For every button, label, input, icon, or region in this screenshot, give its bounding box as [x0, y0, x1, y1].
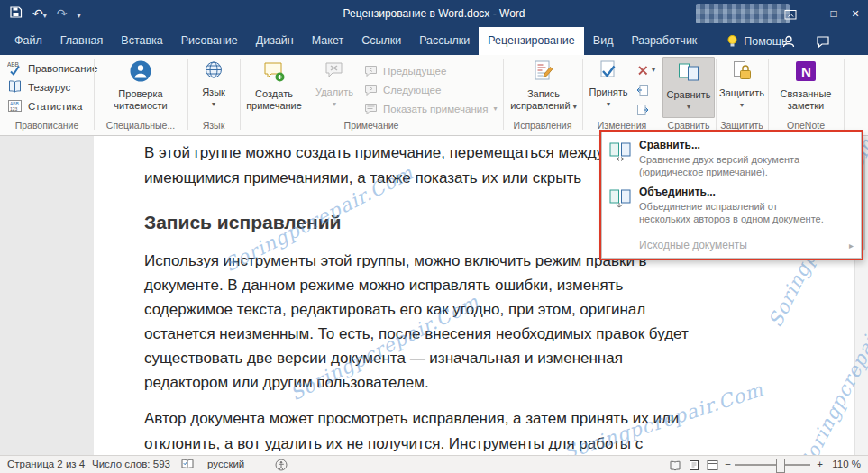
tab-references[interactable]: Ссылки [352, 27, 410, 55]
customize-qat-icon: ▾ [77, 12, 80, 20]
dropdown-caret-icon: ▾ [493, 105, 497, 113]
word-count-button[interactable]: АБВ123 Статистика [7, 97, 82, 114]
share-button[interactable] [781, 34, 796, 52]
delete-comment-label: Удалить [315, 86, 353, 98]
svg-text:123: 123 [10, 106, 18, 112]
next-change-button[interactable] [636, 101, 649, 118]
language-button[interactable]: Язык ▾ [189, 57, 238, 118]
group-separator [844, 59, 845, 130]
accessibility-status-button[interactable] [275, 459, 288, 473]
ribbon-display-options-button[interactable] [781, 0, 799, 27]
check-readability-button[interactable]: Проверка читаемости [96, 57, 186, 118]
undo-caret-icon: ▾ [43, 12, 47, 20]
spellcheck-button[interactable]: АБВ Правописание [7, 59, 97, 77]
word-count-icon: АБВ123 [7, 98, 23, 114]
tab-view[interactable]: Вид [584, 27, 623, 55]
maximize-button[interactable]: □ [825, 0, 843, 27]
check-readability-icon [129, 59, 152, 86]
zoom-in-button[interactable]: + [817, 456, 823, 473]
menu-item-compare[interactable]: Сравнить... Сравнение двух версий докуме… [604, 135, 859, 182]
customize-qat-button[interactable]: ▾ [77, 5, 80, 22]
track-changes-button[interactable]: Запись исправлений ▾ [505, 57, 582, 118]
menu-separator [608, 232, 855, 232]
minimize-button[interactable]: ─ [803, 0, 821, 27]
previous-comment-icon [364, 64, 378, 77]
previous-change-icon [636, 84, 649, 96]
read-mode-button[interactable] [669, 459, 681, 473]
new-comment-button[interactable]: Создать примечание [242, 57, 306, 118]
status-bar: Страница 2 из 4 Число слов: 593 русский … [0, 455, 868, 473]
comments-panel-button[interactable] [816, 34, 830, 52]
web-layout-icon [707, 459, 718, 471]
check-readability-label: Проверка [118, 88, 162, 100]
track-changes-label2: исправлений [510, 100, 570, 111]
tab-home[interactable]: Главная [51, 27, 113, 55]
previous-comment-button[interactable]: Предыдущее [364, 62, 446, 79]
tab-mailings[interactable]: Рассылки [410, 27, 479, 55]
show-comments-label: Показать примечания [383, 104, 488, 114]
language-label: Язык [202, 86, 225, 98]
save-button[interactable] [9, 5, 23, 23]
compare-dropdown-menu: Сравнить... Сравнение двух версий докуме… [601, 132, 862, 259]
new-comment-label2: примечание [246, 100, 302, 112]
zoom-slider[interactable] [735, 464, 810, 466]
zoom-level[interactable]: 110 % [832, 456, 861, 473]
word-window: ↶▾ ↷ ▾ Рецензирование в Word.docx - Word… [0, 0, 868, 473]
chat-bubble-icon [816, 34, 830, 49]
tab-design[interactable]: Дизайн [247, 27, 303, 55]
next-comment-label: Следующее [383, 85, 441, 96]
save-icon [9, 5, 23, 19]
zoom-slider-thumb[interactable] [776, 459, 785, 473]
group-label-changes: Изменения [582, 119, 662, 132]
word-count-indicator[interactable]: Число слов: 593 [92, 456, 170, 473]
ribbon-display-options-icon [784, 8, 797, 21]
delete-comment-button[interactable]: Удалить ▾ [308, 57, 361, 118]
tab-draw[interactable]: Рисование [172, 27, 247, 55]
linked-notes-button[interactable]: N Связанные заметки [769, 57, 843, 118]
previous-change-button[interactable] [636, 81, 649, 98]
page-indicator[interactable]: Страница 2 из 4 [7, 456, 85, 473]
svg-text:N: N [801, 64, 811, 79]
protect-label: Защитить [719, 87, 764, 99]
dropdown-caret-icon: ▾ [573, 103, 577, 111]
accept-button[interactable]: Принять ▾ [584, 57, 633, 118]
proofing-status-button[interactable] [180, 459, 195, 473]
word-count-label: Статистика [28, 101, 82, 112]
group-label-tracking: Исправления [503, 119, 582, 132]
web-layout-button[interactable] [707, 459, 718, 473]
spellcheck-label: Правописание [28, 63, 97, 74]
previous-comment-label: Предыдущее [383, 66, 446, 77]
close-button[interactable]: × [846, 0, 864, 27]
tab-developer[interactable]: Разработчик [622, 27, 706, 55]
tab-insert[interactable]: Вставка [112, 27, 171, 55]
next-comment-button[interactable]: Следующее [364, 81, 441, 98]
print-layout-button[interactable] [689, 459, 699, 473]
compare-button[interactable]: Сравнить ▾ [662, 57, 715, 118]
show-comments-button[interactable]: Показать примечания ▾ [364, 100, 497, 117]
tab-review[interactable]: Рецензирование [479, 27, 584, 55]
new-comment-label: Создать [255, 88, 293, 100]
group-label-language: Язык [187, 119, 240, 132]
next-change-icon [636, 104, 649, 116]
tab-layout[interactable]: Макет [303, 27, 352, 55]
spellcheck-icon: АБВ [7, 60, 23, 76]
reject-button[interactable]: ▾ [636, 61, 655, 78]
group-label-onenote: OneNote [768, 119, 844, 132]
protect-button[interactable]: Защитить ▾ [717, 57, 767, 118]
document-line: редактором или другим пользователем. [144, 374, 429, 392]
redo-button[interactable]: ↷ [57, 5, 68, 22]
new-comment-icon [262, 59, 286, 86]
thesaurus-button[interactable]: Тезаурус [7, 78, 70, 96]
dropdown-caret-icon: ▾ [740, 99, 744, 111]
tab-file[interactable]: Файл [5, 27, 51, 55]
menu-item-combine[interactable]: Объединить... Объединение исправлений от… [604, 182, 859, 229]
document-line: Автор документа может просмотреть исправ… [144, 410, 679, 428]
document-line: документе. В данном режиме можно исправл… [144, 277, 623, 295]
language-indicator[interactable]: русский [207, 456, 244, 473]
globe-icon [203, 59, 224, 84]
menu-item-source-documents-label: Исходные документы [639, 239, 747, 251]
zoom-out-button[interactable]: − [725, 456, 731, 473]
group-label-accessibility: Специальные... [94, 119, 187, 132]
undo-button[interactable]: ↶▾ [32, 5, 47, 22]
document-line: В этой группе можно создать примечание, … [144, 144, 604, 162]
